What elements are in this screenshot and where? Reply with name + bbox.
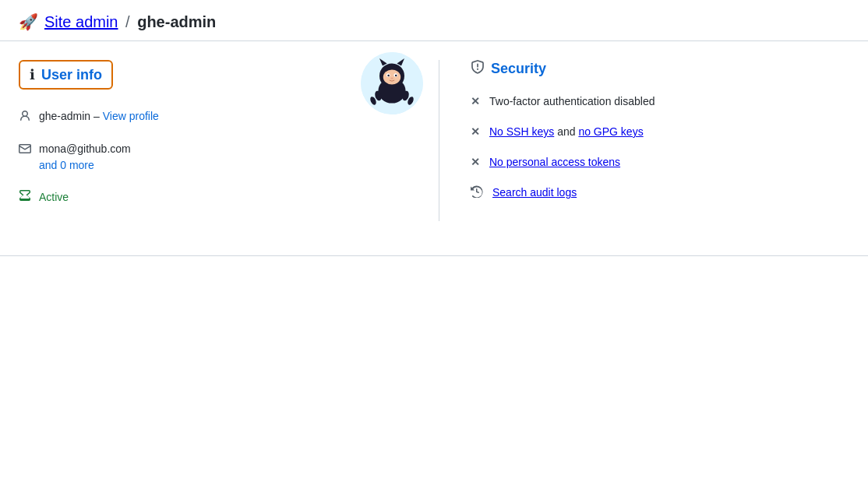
octocat-svg [361, 52, 423, 114]
history-icon [471, 185, 483, 201]
audit-logs-row: Search audit logs [471, 185, 849, 201]
ssh-gpg-text: No SSH keys and no GPG keys [489, 124, 644, 140]
pat-text: No personal access tokens [489, 154, 620, 171]
x-icon-2fa: ✕ [471, 95, 480, 107]
breadcrumb: Site admin / ghe-admin [44, 13, 216, 31]
current-user: ghe-admin [137, 13, 216, 30]
rocket-icon: 🚀 [19, 12, 38, 31]
no-gpg-keys-link[interactable]: no GPG keys [578, 125, 643, 138]
svg-point-3 [383, 69, 400, 84]
2fa-text: Two-factor authentication disabled [489, 93, 655, 110]
pat-row: ✕ No personal access tokens [471, 154, 849, 171]
avatar [361, 52, 423, 114]
view-profile-link[interactable]: View profile [103, 110, 159, 122]
no-ssh-keys-link[interactable]: No SSH keys [489, 125, 554, 138]
svg-point-7 [395, 75, 397, 76]
status-badge: Active [39, 189, 69, 206]
username-text: ghe-admin – View profile [39, 108, 159, 125]
hourglass-icon [19, 189, 31, 205]
svg-point-6 [387, 75, 389, 76]
security-title: Security [491, 61, 546, 77]
breadcrumb-separator: / [125, 13, 130, 30]
svg-point-8 [390, 77, 393, 79]
audit-logs-text: Search audit logs [492, 185, 577, 201]
audit-logs-link[interactable]: Search audit logs [492, 186, 577, 199]
user-info-panel: ℹ User info ghe-admin – View profile [19, 60, 439, 221]
2fa-row: ✕ Two-factor authentication disabled [471, 93, 849, 110]
info-circle-icon: ℹ [30, 66, 35, 83]
user-info-title: User info [41, 67, 102, 83]
status-row: Active [19, 189, 408, 206]
no-pat-link[interactable]: No personal access tokens [489, 156, 620, 168]
ssh-gpg-row: ✕ No SSH keys and no GPG keys [471, 124, 849, 140]
x-icon-pat: ✕ [471, 156, 480, 168]
email-more-link[interactable]: and 0 more [39, 159, 94, 171]
x-icon-ssh: ✕ [471, 125, 480, 138]
shield-icon [471, 60, 485, 78]
site-admin-link[interactable]: Site admin [44, 13, 118, 30]
main-content: ℹ User info ghe-admin – View profile [0, 41, 868, 240]
email-icon [19, 142, 31, 158]
email-text: mona@github.com and 0 more [39, 141, 131, 174]
bottom-border [0, 255, 868, 256]
security-header: Security [471, 60, 849, 78]
user-info-header: ℹ User info [19, 60, 408, 90]
security-panel: Security ✕ Two-factor authentication dis… [439, 60, 849, 221]
email-row: mona@github.com and 0 more [19, 141, 408, 174]
person-icon [19, 110, 31, 125]
username-row: ghe-admin – View profile [19, 108, 408, 125]
page-header: 🚀 Site admin / ghe-admin [0, 0, 868, 41]
